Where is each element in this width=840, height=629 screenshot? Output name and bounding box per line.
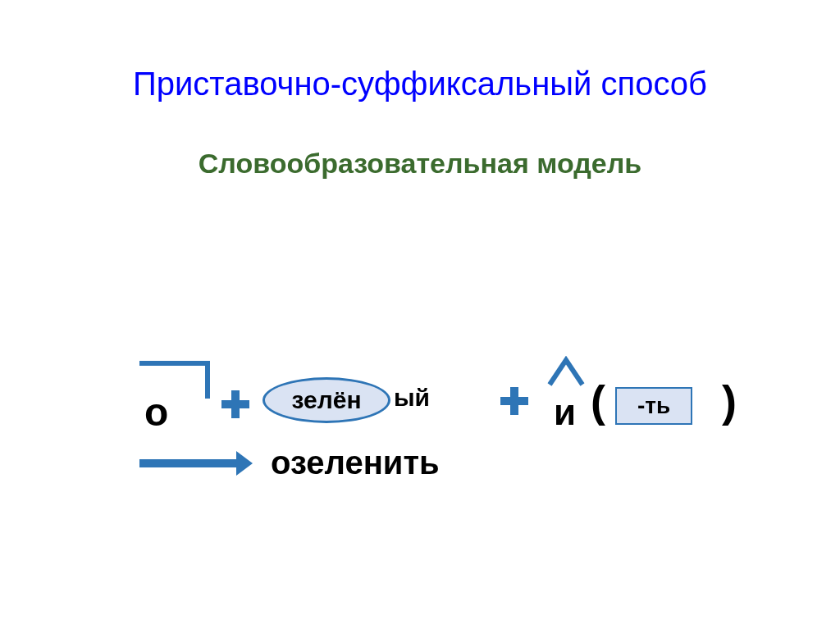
paren-left: ( <box>591 376 605 426</box>
infinitive-ending-box: -ть <box>615 387 692 425</box>
arrow-right-icon <box>139 459 238 467</box>
root-morpheme: зелён <box>262 377 390 423</box>
plus-icon <box>221 390 249 418</box>
page-title: Приставочно-суффиксальный способ <box>0 66 840 103</box>
suffix-caret-icon <box>546 356 587 389</box>
prefix-morpheme: о <box>144 390 168 435</box>
word-formation-diagram: о зелён ый и ( -ть ) озеленить <box>131 361 738 525</box>
paren-right: ) <box>722 376 737 426</box>
plus-icon <box>500 387 528 415</box>
suffix-morpheme: и <box>554 392 576 433</box>
adjective-ending: ый <box>394 384 430 412</box>
result-word: озеленить <box>271 444 440 481</box>
page-subtitle: Словообразовательная модель <box>0 148 840 180</box>
